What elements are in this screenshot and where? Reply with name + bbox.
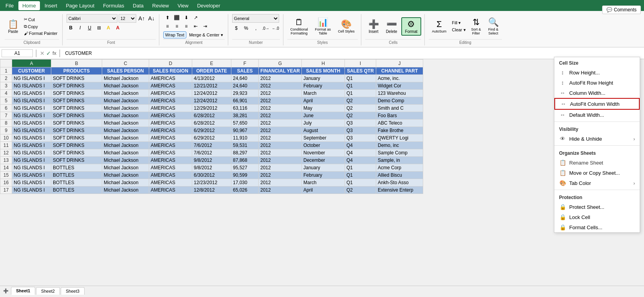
cell-row9-col7[interactable]: August (302, 127, 345, 134)
font-grow-button[interactable]: A↑ (137, 15, 146, 22)
format-button[interactable]: ⚙ Format (401, 17, 422, 36)
cell-row15-col9[interactable]: Allied Biscu (376, 172, 423, 179)
cell-row8-col5[interactable]: 57,650 (231, 120, 259, 127)
cell-row7-col9[interactable]: Foo Bars (376, 112, 423, 120)
cell-row8-col0[interactable]: NG ISLANDS I (12, 120, 51, 127)
wrap-text-button[interactable]: Wrap Text (163, 31, 186, 38)
underline-button[interactable]: U (85, 24, 94, 31)
bold-button[interactable]: B (67, 24, 75, 31)
align-middle-button[interactable]: ⬛ (173, 14, 181, 21)
cell-row8-col1[interactable]: SOFT DRINKS (51, 120, 102, 127)
cell-row7-col3[interactable]: AMERICAS (149, 112, 192, 120)
default-width-item[interactable]: ↔ Default Width... (554, 110, 640, 120)
formula-input[interactable] (63, 50, 642, 57)
cell-row12-col3[interactable]: AMERICAS (149, 149, 192, 157)
cell-row12-col1[interactable]: SOFT DRINKS (51, 149, 102, 157)
cell-row16-col5[interactable]: 17,030 (231, 179, 259, 187)
cell-row10-col2[interactable]: Michael Jackson (102, 134, 149, 142)
cell-row4-col5[interactable]: 29,923 (231, 90, 259, 97)
cell-row15-col2[interactable]: Michael Jackson (102, 172, 149, 179)
cell-row5-col8[interactable]: Q2 (345, 97, 376, 105)
cell-h1[interactable]: SALES MONTH (302, 67, 345, 75)
fill-color-button[interactable]: A (104, 24, 113, 31)
protect-sheet-item[interactable]: 🔒 Protect Sheet... (554, 202, 640, 212)
cell-row17-col5[interactable]: 65,026 (231, 187, 259, 194)
row-header-13[interactable]: 13 (0, 157, 12, 164)
format-cells-item[interactable]: 🔒 Format Cells... (554, 222, 640, 232)
cell-row2-col5[interactable]: 24,640 (231, 75, 259, 82)
number-format-select[interactable]: General (232, 14, 279, 23)
cell-row9-col2[interactable]: Michael Jackson (102, 127, 149, 134)
cell-row12-col5[interactable]: 88,297 (231, 149, 259, 157)
column-width-item[interactable]: ↔ Column Width... (554, 88, 640, 98)
cell-row10-col9[interactable]: QWERTY Logi (376, 134, 423, 142)
cell-row16-col8[interactable]: Q1 (345, 179, 376, 187)
cell-row13-col1[interactable]: SOFT DRINKS (51, 157, 102, 164)
function-icon[interactable]: fx (52, 50, 56, 56)
col-header-f[interactable]: F (231, 60, 259, 67)
autofit-row-height-item[interactable]: ↕ AutoFit Row Height (554, 78, 640, 88)
cell-row4-col0[interactable]: NG ISLANDS I (12, 90, 51, 97)
cell-row16-col1[interactable]: BOTTLES (51, 179, 102, 187)
cell-row10-col3[interactable]: AMERICAS (149, 134, 192, 142)
row-header-8[interactable]: 8 (0, 120, 12, 127)
menu-review[interactable]: Review (148, 1, 173, 10)
cell-row6-col8[interactable]: Q2 (345, 105, 376, 112)
cell-row11-col7[interactable]: October (302, 142, 345, 149)
cell-row6-col3[interactable]: AMERICAS (149, 105, 192, 112)
cell-row2-col4[interactable]: 4/13/2012 (192, 75, 231, 82)
cell-row16-col3[interactable]: AMERICAS (149, 179, 192, 187)
cell-row16-col7[interactable]: March (302, 179, 345, 187)
cell-row14-col7[interactable]: January (302, 164, 345, 172)
cell-row17-col3[interactable]: AMERICAS (149, 187, 192, 194)
cell-row13-col9[interactable]: Sample, in (376, 157, 423, 164)
cell-row5-col2[interactable]: Michael Jackson (102, 97, 149, 105)
cell-row4-col8[interactable]: Q1 (345, 90, 376, 97)
cell-row7-col7[interactable]: June (302, 112, 345, 120)
cancel-icon[interactable]: ✕ (40, 50, 45, 56)
align-left-button[interactable]: ≡ (163, 23, 172, 30)
row-header-17[interactable]: 17 (0, 187, 12, 194)
cell-row6-col2[interactable]: Michael Jackson (102, 105, 149, 112)
cell-row11-col0[interactable]: NG ISLANDS I (12, 142, 51, 149)
menu-view[interactable]: View (173, 1, 192, 10)
copy-button[interactable]: ⧉ Copy (22, 23, 59, 30)
cell-row4-col7[interactable]: March (302, 90, 345, 97)
merge-center-button[interactable]: Merge & Center ▾ (188, 31, 225, 38)
cell-row11-col5[interactable]: 59,531 (231, 142, 259, 149)
cell-row5-col4[interactable]: 12/24/2012 (192, 97, 231, 105)
hide-unhide-item[interactable]: 👁 Hide & Unhide › (554, 134, 640, 144)
cell-c1[interactable]: SALES PERSON (102, 67, 149, 75)
row-header-12[interactable]: 12 (0, 149, 12, 157)
cell-row17-col6[interactable]: 2012 (259, 187, 302, 194)
cell-row11-col3[interactable]: AMERICAS (149, 142, 192, 149)
menu-home[interactable]: Home (18, 1, 40, 10)
cell-row14-col4[interactable]: 9/8/2012 (192, 164, 231, 172)
cell-row10-col8[interactable]: Q3 (345, 134, 376, 142)
cell-row17-col0[interactable]: NG ISLANDS I (12, 187, 51, 194)
cell-row15-col5[interactable]: 90,599 (231, 172, 259, 179)
cell-row14-col6[interactable]: 2012 (259, 164, 302, 172)
cell-row3-col7[interactable]: February (302, 82, 345, 90)
cell-row5-col5[interactable]: 66,901 (231, 97, 259, 105)
cell-row3-col3[interactable]: AMERICAS (149, 82, 192, 90)
cell-row6-col4[interactable]: 12/29/2012 (192, 105, 231, 112)
cell-i1[interactable]: SALES QTR (345, 67, 376, 75)
italic-button[interactable]: I (76, 24, 85, 31)
add-sheet-button[interactable]: ➕ (2, 288, 10, 294)
cell-reference-box[interactable] (2, 49, 33, 57)
paste-button[interactable]: 📋 Paste (5, 18, 22, 35)
cell-row13-col3[interactable]: AMERICAS (149, 157, 192, 164)
cell-row17-col7[interactable]: April (302, 187, 345, 194)
cell-row6-col5[interactable]: 63,116 (231, 105, 259, 112)
cell-row14-col5[interactable]: 95,527 (231, 164, 259, 172)
sheet-tab-2[interactable]: Sheet2 (36, 287, 60, 295)
cell-row13-col6[interactable]: 2012 (259, 157, 302, 164)
sheet-tab-1[interactable]: Sheet1 (11, 287, 35, 295)
cell-row10-col4[interactable]: 6/29/2012 (192, 134, 231, 142)
row-header-5[interactable]: 5 (0, 97, 12, 105)
cell-row9-col6[interactable]: 2012 (259, 127, 302, 134)
cell-row11-col8[interactable]: Q4 (345, 142, 376, 149)
cell-row4-col1[interactable]: SOFT DRINKS (51, 90, 102, 97)
cell-d1[interactable]: SALES REGION (149, 67, 192, 75)
